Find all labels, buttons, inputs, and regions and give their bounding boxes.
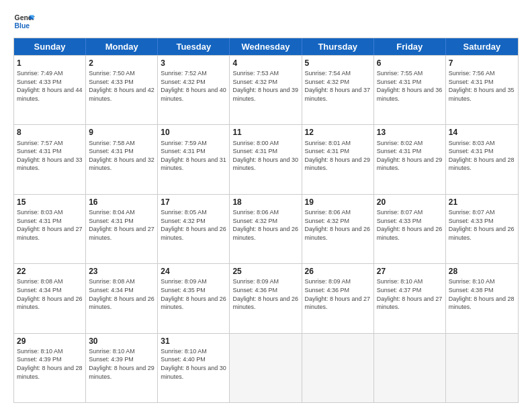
week-row-3: 15Sunrise: 8:03 AM Sunset: 4:31 PM Dayli… [14,194,518,263]
cell-info: Sunrise: 7:59 AM Sunset: 4:31 PM Dayligh… [161,139,226,173]
day-cell-29: 29Sunrise: 8:10 AM Sunset: 4:39 PM Dayli… [14,334,86,402]
day-cell-16: 16Sunrise: 8:04 AM Sunset: 4:31 PM Dayli… [86,195,158,263]
day-cell-13: 13Sunrise: 8:02 AM Sunset: 4:31 PM Dayli… [374,125,446,193]
day-cell-2: 2Sunrise: 7:50 AM Sunset: 4:33 PM Daylig… [86,56,158,124]
header-day-tuesday: Tuesday [158,38,230,55]
day-number: 2 [89,58,154,68]
day-cell-10: 10Sunrise: 7:59 AM Sunset: 4:31 PM Dayli… [158,125,230,193]
cell-info: Sunrise: 8:10 AM Sunset: 4:39 PM Dayligh… [89,347,154,381]
day-cell-27: 27Sunrise: 8:10 AM Sunset: 4:37 PM Dayli… [374,264,446,332]
day-number: 27 [377,266,443,277]
day-number: 1 [17,58,83,68]
day-cell-24: 24Sunrise: 8:09 AM Sunset: 4:35 PM Dayli… [158,264,230,332]
calendar-header: SundayMondayTuesdayWednesdayThursdayFrid… [14,38,518,55]
cell-info: Sunrise: 7:50 AM Sunset: 4:33 PM Dayligh… [89,69,154,103]
day-cell-26: 26Sunrise: 8:09 AM Sunset: 4:36 PM Dayli… [302,264,374,332]
day-cell-11: 11Sunrise: 8:00 AM Sunset: 4:31 PM Dayli… [230,125,302,193]
cell-info: Sunrise: 8:03 AM Sunset: 4:31 PM Dayligh… [449,139,515,173]
day-number: 17 [161,197,226,208]
cell-info: Sunrise: 8:07 AM Sunset: 4:33 PM Dayligh… [449,208,515,242]
day-number: 31 [161,336,226,347]
empty-cell [374,334,446,402]
day-cell-4: 4Sunrise: 7:53 AM Sunset: 4:32 PM Daylig… [230,56,302,124]
cell-info: Sunrise: 8:06 AM Sunset: 4:32 PM Dayligh… [232,208,298,242]
day-cell-20: 20Sunrise: 8:07 AM Sunset: 4:33 PM Dayli… [374,195,446,263]
day-number: 18 [232,197,298,208]
day-number: 25 [232,266,298,277]
logo-icon: General Blue [13,11,35,32]
day-cell-3: 3Sunrise: 7:52 AM Sunset: 4:32 PM Daylig… [158,56,230,124]
day-cell-7: 7Sunrise: 7:56 AM Sunset: 4:31 PM Daylig… [446,56,518,124]
header: General Blue [13,11,519,32]
day-cell-25: 25Sunrise: 8:09 AM Sunset: 4:36 PM Dayli… [230,264,302,332]
cell-info: Sunrise: 8:07 AM Sunset: 4:33 PM Dayligh… [377,208,443,242]
cell-info: Sunrise: 7:58 AM Sunset: 4:31 PM Dayligh… [89,139,154,173]
day-cell-23: 23Sunrise: 8:08 AM Sunset: 4:34 PM Dayli… [86,264,158,332]
cell-info: Sunrise: 8:05 AM Sunset: 4:32 PM Dayligh… [161,208,226,242]
day-number: 22 [17,266,83,277]
day-cell-31: 31Sunrise: 8:10 AM Sunset: 4:40 PM Dayli… [158,334,230,402]
cell-info: Sunrise: 8:03 AM Sunset: 4:31 PM Dayligh… [17,208,83,242]
empty-cell [446,334,518,402]
day-number: 15 [17,197,83,208]
cell-info: Sunrise: 8:06 AM Sunset: 4:32 PM Dayligh… [305,208,371,242]
day-cell-22: 22Sunrise: 8:08 AM Sunset: 4:34 PM Dayli… [14,264,86,332]
cell-info: Sunrise: 8:09 AM Sunset: 4:35 PM Dayligh… [161,277,226,311]
header-day-monday: Monday [86,38,158,55]
day-number: 6 [377,58,443,68]
cell-info: Sunrise: 8:09 AM Sunset: 4:36 PM Dayligh… [232,277,298,311]
cell-info: Sunrise: 8:10 AM Sunset: 4:40 PM Dayligh… [161,347,226,381]
day-number: 16 [89,197,154,208]
day-cell-8: 8Sunrise: 7:57 AM Sunset: 4:31 PM Daylig… [14,125,86,193]
day-number: 10 [161,127,226,138]
cell-info: Sunrise: 7:55 AM Sunset: 4:31 PM Dayligh… [377,69,443,103]
day-number: 8 [17,127,83,138]
day-number: 29 [17,336,83,347]
day-number: 4 [232,58,298,68]
week-row-2: 8Sunrise: 7:57 AM Sunset: 4:31 PM Daylig… [14,124,518,193]
day-number: 11 [232,127,298,138]
day-cell-17: 17Sunrise: 8:05 AM Sunset: 4:32 PM Dayli… [158,195,230,263]
day-number: 9 [89,127,154,138]
header-day-wednesday: Wednesday [230,38,302,55]
day-cell-6: 6Sunrise: 7:55 AM Sunset: 4:31 PM Daylig… [374,56,446,124]
cell-info: Sunrise: 8:02 AM Sunset: 4:31 PM Dayligh… [377,139,443,173]
day-number: 20 [377,197,443,208]
empty-cell [302,334,374,402]
day-number: 23 [89,266,154,277]
day-number: 28 [449,266,515,277]
day-cell-30: 30Sunrise: 8:10 AM Sunset: 4:39 PM Dayli… [86,334,158,402]
empty-cell [230,334,302,402]
cell-info: Sunrise: 8:08 AM Sunset: 4:34 PM Dayligh… [89,277,154,311]
day-number: 12 [305,127,371,138]
day-number: 19 [305,197,371,208]
day-cell-19: 19Sunrise: 8:06 AM Sunset: 4:32 PM Dayli… [302,195,374,263]
day-number: 7 [449,58,515,68]
header-day-friday: Friday [374,38,446,55]
day-cell-14: 14Sunrise: 8:03 AM Sunset: 4:31 PM Dayli… [446,125,518,193]
header-day-saturday: Saturday [446,38,518,55]
cell-info: Sunrise: 7:54 AM Sunset: 4:32 PM Dayligh… [305,69,371,103]
day-cell-12: 12Sunrise: 8:01 AM Sunset: 4:31 PM Dayli… [302,125,374,193]
cell-info: Sunrise: 8:00 AM Sunset: 4:31 PM Dayligh… [232,139,298,173]
svg-text:Blue: Blue [15,22,30,30]
day-cell-1: 1Sunrise: 7:49 AM Sunset: 4:33 PM Daylig… [14,56,86,124]
cell-info: Sunrise: 8:10 AM Sunset: 4:38 PM Dayligh… [449,277,515,311]
calendar-page: General Blue SundayMondayTuesdayWednesda… [0,0,532,411]
calendar: SundayMondayTuesdayWednesdayThursdayFrid… [13,38,519,403]
logo: General Blue [13,11,35,32]
day-cell-28: 28Sunrise: 8:10 AM Sunset: 4:38 PM Dayli… [446,264,518,332]
cell-info: Sunrise: 7:56 AM Sunset: 4:31 PM Dayligh… [449,69,515,103]
day-cell-15: 15Sunrise: 8:03 AM Sunset: 4:31 PM Dayli… [14,195,86,263]
cell-info: Sunrise: 7:57 AM Sunset: 4:31 PM Dayligh… [17,139,83,173]
day-number: 26 [305,266,371,277]
cell-info: Sunrise: 7:49 AM Sunset: 4:33 PM Dayligh… [17,69,83,103]
cell-info: Sunrise: 8:10 AM Sunset: 4:37 PM Dayligh… [377,277,443,311]
cell-info: Sunrise: 8:08 AM Sunset: 4:34 PM Dayligh… [17,277,83,311]
week-row-1: 1Sunrise: 7:49 AM Sunset: 4:33 PM Daylig… [14,55,518,124]
day-cell-5: 5Sunrise: 7:54 AM Sunset: 4:32 PM Daylig… [302,56,374,124]
day-cell-9: 9Sunrise: 7:58 AM Sunset: 4:31 PM Daylig… [86,125,158,193]
cell-info: Sunrise: 7:52 AM Sunset: 4:32 PM Dayligh… [161,69,226,103]
day-number: 5 [305,58,371,68]
week-row-5: 29Sunrise: 8:10 AM Sunset: 4:39 PM Dayli… [14,333,518,402]
